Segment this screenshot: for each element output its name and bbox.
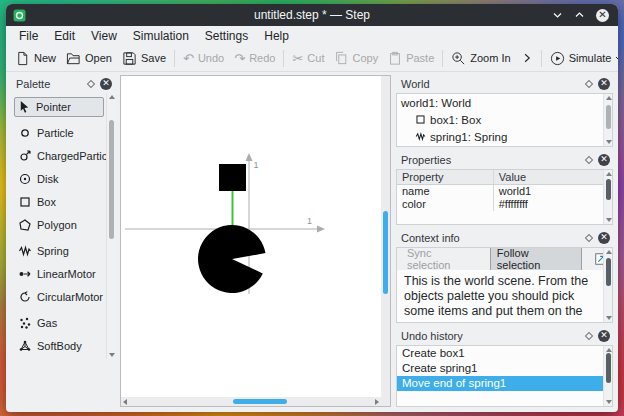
properties-scrollbar[interactable]	[603, 170, 612, 224]
scroll-thumb[interactable]	[606, 105, 611, 128]
world-panel-header[interactable]: World ✕	[396, 75, 613, 93]
zoom-in-button[interactable]: Zoom In	[446, 48, 515, 69]
scroll-down-icon[interactable]	[606, 400, 612, 404]
property-value-cell: world1	[494, 185, 612, 198]
box1-object[interactable]	[219, 164, 246, 191]
scroll-thumb[interactable]	[109, 120, 114, 240]
float-panel-button[interactable]	[584, 331, 594, 341]
redo-button[interactable]: ↷ Redo	[229, 49, 280, 68]
menu-view[interactable]: View	[83, 27, 125, 45]
menu-file[interactable]: File	[11, 27, 46, 45]
scroll-down-icon[interactable]	[109, 353, 115, 357]
scroll-down-icon[interactable]	[606, 218, 612, 222]
palette-item-disk[interactable]: Disk	[14, 169, 104, 189]
polygon-icon	[18, 218, 32, 232]
palette-item-gas[interactable]: Gas	[14, 313, 104, 333]
palette-scrollbar[interactable]	[106, 93, 115, 359]
scene-svg[interactable]: 1 1	[121, 76, 383, 398]
context-info-panel-header[interactable]: Context info ✕	[396, 229, 613, 247]
canvas-area[interactable]: 1 1	[120, 75, 391, 407]
palette-item-particle[interactable]: Particle	[14, 123, 104, 143]
simulate-button[interactable]: Simulate	[545, 48, 618, 69]
table-row[interactable]: name world1	[397, 185, 612, 198]
scroll-left-icon[interactable]	[123, 399, 127, 405]
canvas-vertical-scrollbar[interactable]	[381, 76, 390, 397]
scroll-up-icon[interactable]	[606, 172, 612, 176]
palette-item-linearmotor[interactable]: LinearMotor	[14, 264, 104, 284]
tree-item-world1[interactable]: world1: World	[397, 94, 612, 111]
copy-button[interactable]: Copy	[329, 48, 383, 68]
scroll-up-icon[interactable]	[606, 96, 612, 100]
scroll-thumb[interactable]	[233, 399, 288, 404]
undo-history-panel: Undo history ✕ Create box1 Create spring…	[396, 327, 613, 407]
scroll-right-icon[interactable]	[375, 399, 379, 405]
scroll-up-icon[interactable]	[606, 250, 612, 254]
menu-edit[interactable]: Edit	[46, 27, 83, 45]
open-label: Open	[85, 52, 112, 64]
palette-panel-header[interactable]: Palette ✕	[11, 75, 115, 93]
float-panel-button[interactable]	[86, 79, 96, 89]
palette-item-box[interactable]: Box	[14, 192, 104, 212]
maximize-button[interactable]	[574, 10, 585, 20]
scroll-up-icon[interactable]	[606, 348, 612, 352]
save-label: Save	[141, 52, 166, 64]
close-panel-button[interactable]: ✕	[598, 78, 610, 90]
float-panel-button[interactable]	[584, 155, 594, 165]
table-row[interactable]: color #ffffffff	[397, 198, 612, 211]
tree-item-spring1[interactable]: spring1: Spring	[397, 128, 612, 145]
palette-item-label: Polygon	[37, 219, 77, 231]
palette-item-pointer[interactable]: Pointer	[14, 97, 104, 117]
new-button[interactable]: New	[10, 48, 61, 69]
close-panel-button[interactable]: ✕	[598, 232, 610, 244]
context-scrollbar[interactable]	[603, 248, 612, 322]
undo-item-create-box1[interactable]: Create box1	[397, 346, 612, 361]
scroll-thumb[interactable]	[606, 258, 611, 286]
paste-button[interactable]: Paste	[383, 48, 439, 68]
menu-help[interactable]: Help	[256, 27, 297, 45]
palette-item-chargedparticle[interactable]: ChargedParticle	[14, 146, 104, 166]
property-name-cell: name	[397, 185, 494, 198]
palette-item-softbody[interactable]: SoftBody	[14, 336, 104, 356]
palette-item-spring[interactable]: Spring	[14, 241, 104, 261]
scroll-down-icon[interactable]	[606, 316, 612, 320]
undo-item-create-spring1[interactable]: Create spring1	[397, 361, 612, 376]
scroll-down-icon[interactable]	[606, 140, 612, 144]
cut-button[interactable]: ✂ Cut	[287, 49, 329, 68]
undo-item-move-end-of-spring1[interactable]: Move end of spring1	[397, 376, 612, 391]
scroll-thumb[interactable]	[606, 353, 611, 383]
scroll-thumb[interactable]	[383, 211, 388, 294]
open-button[interactable]: Open	[61, 48, 117, 69]
undo-button[interactable]: ↶ Undo	[178, 49, 229, 68]
close-icon: ✕	[598, 232, 610, 244]
close-panel-button[interactable]: ✕	[100, 78, 112, 90]
toolbar-overflow-button[interactable]	[516, 49, 538, 67]
float-panel-button[interactable]	[584, 233, 594, 243]
canvas-horizontal-scrollbar[interactable]	[121, 397, 381, 406]
disk-object[interactable]	[198, 225, 265, 293]
float-panel-button[interactable]	[584, 79, 594, 89]
app-icon	[13, 9, 26, 22]
menu-settings[interactable]: Settings	[197, 27, 256, 45]
scroll-up-icon[interactable]	[109, 95, 115, 99]
column-header-value[interactable]: Value	[494, 170, 612, 184]
palette-item-circularmotor[interactable]: CircularMotor	[14, 287, 104, 307]
scroll-thumb[interactable]	[606, 179, 611, 201]
properties-panel-header[interactable]: Properties ✕	[396, 151, 613, 169]
palette-item-label: ChargedParticle	[37, 150, 115, 162]
minimize-button[interactable]	[552, 10, 563, 20]
titlebar[interactable]: untitled.step * — Step ✕	[6, 4, 618, 26]
column-header-property[interactable]: Property	[397, 170, 494, 184]
tree-item-box1[interactable]: box1: Box	[397, 111, 612, 128]
close-panel-button[interactable]: ✕	[598, 154, 610, 166]
property-value-cell: #ffffffff	[494, 198, 612, 211]
close-button[interactable]: ✕	[596, 9, 609, 22]
world-scrollbar[interactable]	[603, 94, 612, 146]
undo-scrollbar[interactable]	[603, 346, 612, 406]
spring-icon	[415, 131, 426, 142]
menu-simulation[interactable]: Simulation	[125, 27, 197, 45]
close-panel-button[interactable]: ✕	[598, 330, 610, 342]
undo-history-panel-header[interactable]: Undo history ✕	[396, 327, 613, 345]
axis-x-unit-label: 1	[307, 216, 312, 226]
save-button[interactable]: Save	[117, 48, 171, 69]
palette-item-polygon[interactable]: Polygon	[14, 215, 104, 235]
